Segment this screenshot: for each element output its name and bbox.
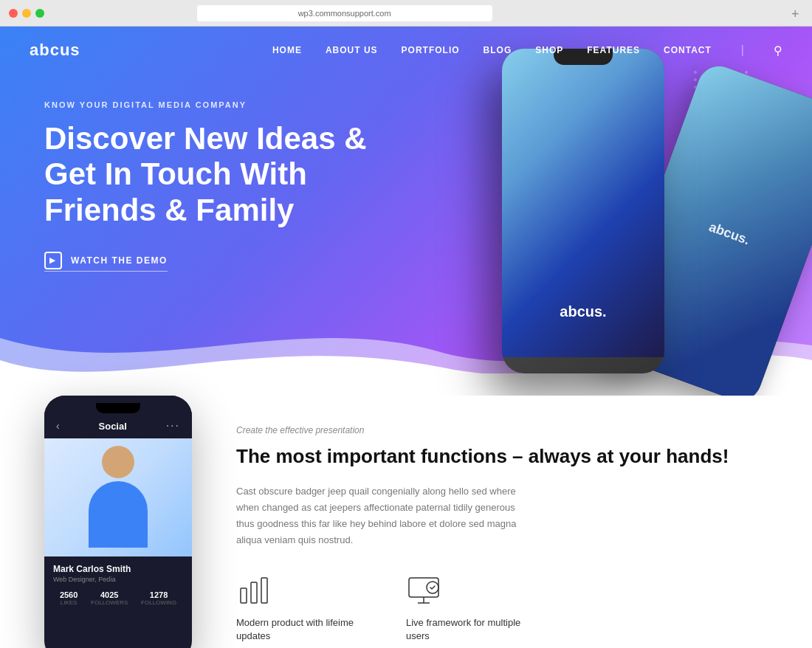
nav-portfolio[interactable]: PORTFOLIO — [402, 45, 460, 55]
profile-image — [44, 438, 192, 556]
cta-label: WATCH THE DEMO — [71, 255, 168, 266]
profile-stats: 2560 LIKES 4025 FOLLOWERS 1278 FOLLOWING — [53, 590, 183, 606]
hero-cta-button[interactable]: ▶ WATCH THE DEMO — [44, 252, 168, 272]
header: abcus HOME ABOUT US PORTFOLIO BLOG SHOP … — [0, 27, 812, 74]
phone-screen-logo: abcus. — [560, 303, 606, 320]
feature-label-1: Modern product with lifeime updates — [236, 616, 369, 643]
section-desc: Cast obscure badger jeep quail congenial… — [236, 483, 531, 548]
person-head — [102, 446, 134, 478]
browser-chrome: wp3.commonsupport.com + — [0, 0, 812, 27]
right-content: Create the effective presentation The mo… — [236, 418, 768, 618]
website-content: abcus. abcus. abcus HOME ABOUT US PORTFO… — [0, 27, 812, 648]
profile-info: Mark Carlos Smith Web Designer, Pedia 25… — [44, 556, 192, 613]
followers-count: 4025 — [91, 590, 128, 599]
dot-yellow[interactable] — [22, 9, 31, 18]
person-silhouette — [81, 446, 155, 549]
phone-header: ‹ Social ··· — [53, 419, 183, 432]
nav-divider: | — [741, 44, 744, 57]
feature-bar-chart: Modern product with lifeime updates — [236, 572, 369, 643]
bar-chart-icon — [236, 572, 272, 607]
add-tab-button[interactable]: + — [791, 7, 803, 19]
person-body — [89, 481, 148, 548]
svg-rect-2 — [261, 578, 267, 603]
feature-label-2: Live framework for multiple users — [406, 616, 539, 643]
following-label: FOLLOWING — [141, 599, 176, 606]
nav-about[interactable]: ABOUT US — [326, 45, 378, 55]
play-icon: ▶ — [44, 252, 62, 269]
hero-phones: abcus. abcus. — [458, 41, 797, 396]
svg-rect-1 — [251, 582, 257, 603]
phone-back-logo: abcus. — [707, 219, 752, 248]
nav-contact[interactable]: CONTACT — [664, 45, 712, 55]
phone-screen-title: Social — [99, 421, 127, 432]
social-phone-card: ‹ Social ··· Mark Carlos Smith Web Desig… — [44, 396, 192, 648]
section-tag: Create the effective presentation — [236, 425, 768, 435]
likes-label: LIKES — [60, 599, 78, 606]
section-title: The most important functions – always at… — [236, 444, 768, 469]
phone-top: ‹ Social ··· — [44, 396, 192, 432]
hero-content: KNOW YOUR DIGITAL MEDIA COMPANY Discover… — [44, 100, 399, 272]
profile-name: Mark Carlos Smith — [53, 564, 183, 574]
browser-dots — [9, 9, 44, 18]
stat-following: 1278 FOLLOWING — [141, 590, 176, 606]
stat-likes: 2560 LIKES — [60, 590, 78, 606]
more-options-icon[interactable]: ··· — [166, 419, 180, 432]
features-row: Modern product with lifeime updates Live — [236, 572, 768, 643]
stat-followers: 4025 FOLLOWERS — [91, 590, 128, 606]
monitor-icon — [406, 572, 441, 607]
dot-green[interactable] — [35, 9, 44, 18]
url-text: wp3.commonsupport.com — [298, 9, 391, 18]
phone-screen: abcus. — [502, 49, 664, 357]
nav-features[interactable]: FEATURES — [587, 45, 640, 55]
nav-home[interactable]: HOME — [272, 45, 302, 55]
bottom-section: ‹ Social ··· Mark Carlos Smith Web Desig… — [0, 373, 812, 648]
dot-red[interactable] — [9, 9, 18, 18]
phone-front: abcus. — [502, 49, 664, 373]
search-icon[interactable]: ⚲ — [774, 44, 782, 58]
hero-title: Discover New Ideas & Get In Touch With F… — [44, 121, 399, 228]
profile-role: Web Designer, Pedia — [53, 576, 183, 583]
nav: HOME ABOUT US PORTFOLIO BLOG SHOP FEATUR… — [272, 44, 782, 58]
following-count: 1278 — [141, 590, 176, 599]
logo[interactable]: abcus — [30, 41, 80, 60]
followers-label: FOLLOWERS — [91, 599, 128, 606]
hero-subtitle: KNOW YOUR DIGITAL MEDIA COMPANY — [44, 100, 399, 109]
back-button[interactable]: ‹ — [56, 420, 60, 432]
svg-rect-0 — [241, 588, 247, 603]
phone-notch — [96, 403, 140, 413]
likes-count: 2560 — [60, 590, 78, 599]
address-bar[interactable]: wp3.commonsupport.com — [197, 5, 492, 21]
feature-monitor: Live framework for multiple users — [406, 572, 539, 643]
nav-shop[interactable]: SHOP — [535, 45, 563, 55]
nav-blog[interactable]: BLOG — [484, 45, 512, 55]
